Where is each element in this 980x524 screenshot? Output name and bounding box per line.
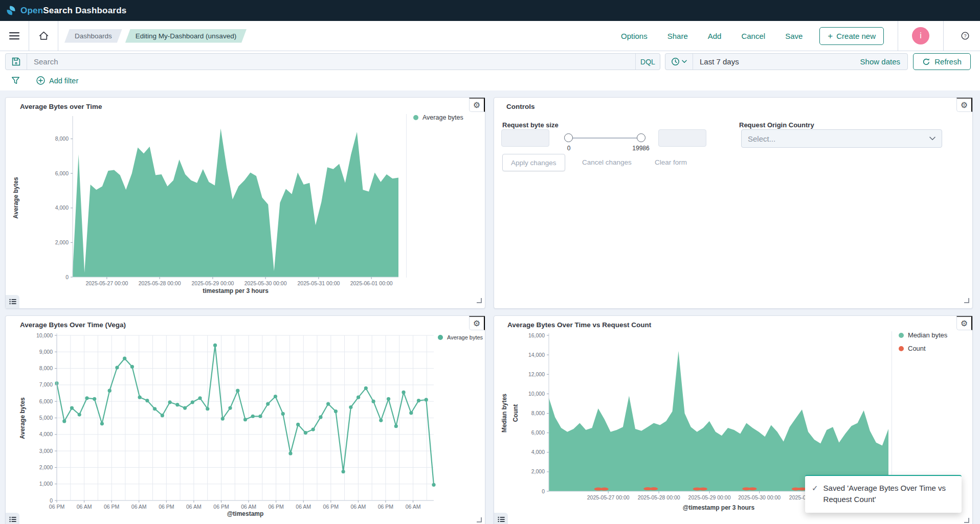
svg-text:2,000: 2,000: [39, 464, 53, 470]
svg-text:2025-05-28 00:00: 2025-05-28 00:00: [638, 494, 680, 500]
y-axis-title: Average bytes: [19, 397, 26, 439]
legend-toggle-button[interactable]: [6, 513, 19, 524]
svg-text:06 PM: 06 PM: [49, 504, 64, 510]
panel-resize-handle[interactable]: [476, 296, 482, 305]
panel-options-gear-button[interactable]: ⚙: [469, 316, 485, 330]
time-quick-select-button[interactable]: [665, 54, 693, 70]
options-button[interactable]: Options: [618, 31, 651, 41]
panel-resize-handle[interactable]: [964, 296, 969, 305]
breadcrumb: Dashboards Editing My-Dashboard (unsaved…: [64, 29, 247, 43]
chart-legend: Average bytes: [406, 114, 463, 278]
help-button[interactable]: ?: [957, 21, 973, 51]
menu-button[interactable]: [0, 21, 29, 51]
byte-size-slider-min-handle[interactable]: [564, 133, 573, 142]
svg-text:0: 0: [542, 488, 545, 494]
svg-text:7,000: 7,000: [39, 381, 53, 388]
byte-size-max-input[interactable]: [658, 129, 706, 147]
panel-options-gear-button[interactable]: ⚙: [956, 316, 972, 330]
time-range-value[interactable]: Last 7 days: [700, 57, 739, 66]
breadcrumb-current-dashboard: Editing My-Dashboard (unsaved): [125, 29, 247, 43]
add-filter-button[interactable]: Add filter: [33, 76, 81, 85]
svg-text:5,000: 5,000: [39, 415, 53, 421]
svg-text:4,000: 4,000: [39, 431, 53, 437]
legend-dot: [438, 335, 443, 340]
svg-text:2025-05-30 00:00: 2025-05-30 00:00: [738, 494, 781, 500]
clear-form-button[interactable]: Clear form: [652, 158, 690, 167]
byte-size-slider-max-handle[interactable]: [637, 133, 645, 142]
navigation-bar: Dashboards Editing My-Dashboard (unsaved…: [0, 21, 980, 51]
divider: [898, 21, 898, 51]
legend-item-average-bytes[interactable]: Average bytes: [413, 114, 463, 121]
share-button[interactable]: Share: [664, 31, 691, 41]
slider-max-value: 19986: [632, 145, 649, 152]
nav-actions: Options Share Add Cancel Save + Create n…: [618, 21, 980, 51]
svg-text:6,000: 6,000: [39, 398, 53, 404]
slider-min-value: 0: [567, 145, 571, 152]
query-bar-row: DQL Last 7 days Show dates Refresh: [0, 51, 980, 71]
home-button[interactable]: [29, 21, 58, 51]
origin-country-select[interactable]: Select...: [741, 129, 942, 148]
home-icon: [38, 31, 49, 41]
cancel-button[interactable]: Cancel: [738, 31, 768, 41]
svg-text:10,000: 10,000: [528, 391, 545, 397]
byte-size-min-input[interactable]: [501, 129, 549, 147]
svg-text:6,000: 6,000: [55, 170, 69, 176]
panel-resize-handle[interactable]: [476, 515, 482, 524]
search-bar: DQL: [5, 53, 660, 70]
legend-item-median-bytes[interactable]: Median bytes: [899, 331, 947, 339]
filter-menu-button[interactable]: [8, 76, 23, 85]
y-axis-title-count: Count: [512, 404, 519, 422]
panel-title: Controls: [506, 103, 535, 110]
legend-item-average-bytes[interactable]: Average bytes: [438, 334, 483, 340]
svg-text:2025-05-27 00:00: 2025-05-27 00:00: [587, 494, 630, 500]
byte-size-label: Request byte size: [502, 121, 559, 129]
search-input[interactable]: [27, 57, 635, 66]
list-icon: [9, 516, 16, 522]
legend-item-count[interactable]: Count: [899, 345, 947, 352]
hamburger-icon: [9, 32, 19, 40]
y-axis-title: Average bytes: [12, 177, 19, 219]
user-avatar[interactable]: i: [912, 27, 929, 44]
add-button[interactable]: Add: [705, 31, 725, 41]
panel-resize-handle[interactable]: [964, 516, 969, 524]
cancel-changes-button[interactable]: Cancel changes: [579, 158, 635, 167]
show-dates-button[interactable]: Show dates: [857, 57, 907, 66]
breadcrumb-dashboards[interactable]: Dashboards: [64, 29, 122, 43]
svg-text:4,000: 4,000: [531, 449, 545, 455]
apply-changes-button[interactable]: Apply changes: [502, 154, 565, 171]
legend-dot: [899, 346, 904, 351]
legend-toggle-button[interactable]: [494, 513, 508, 524]
svg-text:14,000: 14,000: [528, 352, 545, 358]
saved-query-button[interactable]: [6, 54, 27, 70]
svg-text:12,000: 12,000: [528, 371, 545, 377]
svg-text:16,000: 16,000: [528, 332, 545, 338]
svg-text:9,000: 9,000: [39, 349, 53, 355]
svg-text:2,000: 2,000: [531, 468, 545, 474]
panel-controls: Controls ⚙ Request byte size 0 19986 App…: [494, 97, 973, 309]
panel-options-gear-button[interactable]: ⚙: [956, 98, 972, 112]
panel-options-gear-button[interactable]: ⚙: [469, 98, 485, 112]
svg-text:0: 0: [65, 274, 69, 280]
divider: [58, 21, 58, 51]
byte-size-slider-track: [571, 138, 642, 139]
resize-icon: [964, 517, 969, 523]
chart-legend: Average bytes: [438, 334, 483, 340]
panel-average-bytes-vega: 01,0002,0003,0004,0005,0006,0007,0008,00…: [5, 315, 485, 524]
refresh-button[interactable]: Refresh: [913, 53, 971, 70]
svg-text:4,000: 4,000: [55, 204, 69, 211]
svg-text:06 AM: 06 AM: [241, 504, 256, 510]
svg-text:8,000: 8,000: [39, 365, 53, 371]
resize-icon: [476, 517, 482, 522]
list-icon: [498, 516, 505, 522]
svg-text:8,000: 8,000: [55, 135, 69, 142]
legend-dot: [413, 115, 418, 120]
plus-circle-icon: [36, 76, 45, 85]
legend-toggle-button[interactable]: [6, 295, 19, 308]
svg-text:06 AM: 06 AM: [296, 504, 311, 510]
save-button[interactable]: Save: [782, 31, 806, 41]
query-language-button[interactable]: DQL: [635, 54, 660, 70]
svg-text:06 AM: 06 AM: [406, 504, 421, 510]
panel-title: Average Bytes Over Time vs Request Count: [507, 321, 651, 329]
create-new-button[interactable]: + Create new: [819, 27, 884, 45]
save-success-toast: ✓ Saved 'Average Bytes Over Time vs Requ…: [805, 475, 962, 513]
